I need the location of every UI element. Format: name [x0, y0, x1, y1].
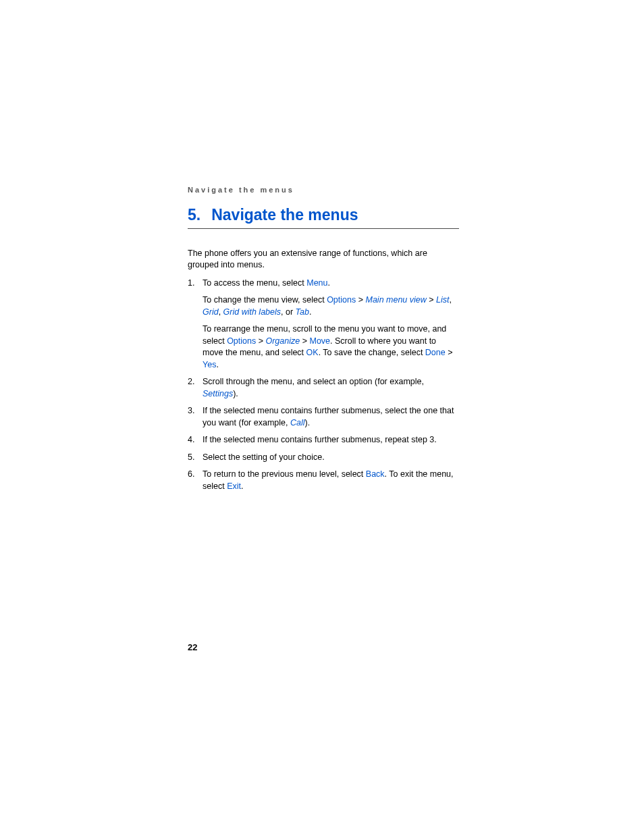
keyword-options-2: Options — [227, 336, 256, 346]
keyword-ok: OK — [306, 348, 319, 357]
step-3: 3. If the selected menu contains further… — [188, 405, 459, 429]
keyword-call: Call — [290, 418, 305, 427]
step-number: 3. — [188, 405, 194, 417]
chapter-title: 5.Navigate the menus — [188, 206, 459, 229]
keyword-list: List — [436, 295, 449, 305]
content-area: Navigate the menus 5.Navigate the menus … — [188, 186, 459, 498]
keyword-menu: Menu — [306, 278, 327, 288]
chapter-number: 5. — [188, 206, 200, 224]
running-header: Navigate the menus — [188, 186, 459, 194]
keyword-settings: Settings — [203, 389, 233, 398]
step-4: 4. If the selected menu contains further… — [188, 434, 459, 446]
step-number: 2. — [188, 376, 194, 388]
page-number: 22 — [188, 642, 197, 652]
intro-paragraph: The phone offers you an extensive range … — [188, 248, 459, 271]
keyword-tab: Tab — [296, 307, 309, 317]
step-number: 1. — [188, 278, 194, 290]
keyword-move: Move — [309, 336, 330, 346]
keyword-back: Back — [366, 469, 385, 479]
keyword-options: Options — [327, 295, 356, 305]
step-2: 2. Scroll through the menu, and select a… — [188, 376, 459, 400]
keyword-main-menu-view: Main menu view — [365, 295, 426, 305]
keyword-grid: Grid — [203, 307, 219, 317]
keyword-yes: Yes — [203, 360, 216, 369]
step-6: 6. To return to the previous menu level,… — [188, 469, 459, 492]
keyword-done: Done — [425, 348, 446, 357]
step-1-line-1: To access the menu, select Menu. — [203, 278, 459, 290]
step-1-line-3: To rearrange the menu, scroll to the men… — [203, 323, 459, 371]
page: Navigate the menus 5.Navigate the menus … — [0, 0, 644, 834]
step-number: 5. — [188, 452, 194, 464]
step-number: 6. — [188, 469, 194, 481]
step-1: 1. To access the menu, select Menu. To c… — [188, 278, 459, 371]
keyword-exit: Exit — [227, 481, 241, 491]
keyword-grid-with-labels: Grid with labels — [223, 307, 281, 317]
step-1-line-2: To change the menu view, select Options … — [203, 294, 459, 318]
keyword-organize: Organize — [265, 336, 300, 346]
step-5: 5. Select the setting of your choice. — [188, 452, 459, 464]
step-number: 4. — [188, 434, 194, 446]
chapter-title-text: Navigate the menus — [211, 206, 358, 224]
steps-list: 1. To access the menu, select Menu. To c… — [188, 278, 459, 493]
